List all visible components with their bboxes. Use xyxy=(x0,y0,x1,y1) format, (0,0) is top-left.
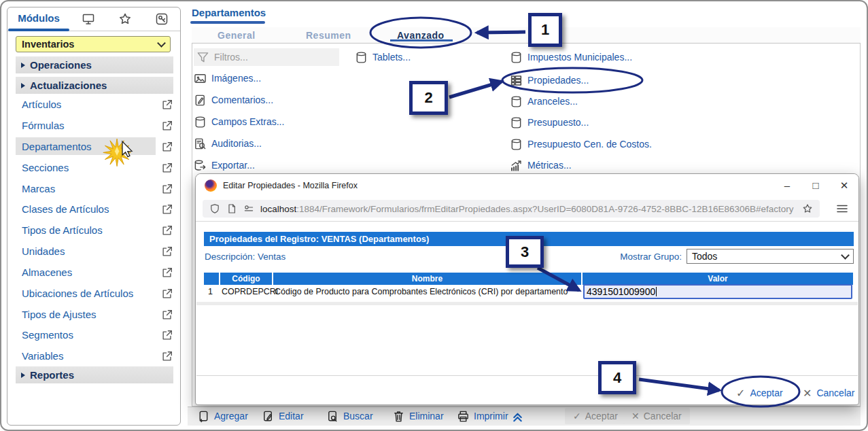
menu-item-filtros[interactable]: Filtros... xyxy=(194,48,339,66)
tab-general[interactable]: General xyxy=(218,30,256,41)
agregar-button[interactable]: Agregar xyxy=(197,408,248,424)
minimize-button[interactable]: – xyxy=(773,174,801,196)
database-icon xyxy=(510,51,523,64)
callout-step-3: 3 xyxy=(506,236,544,268)
popup-cancelar-button[interactable]: ✕ Cancelar xyxy=(803,385,854,401)
mostrar-grupo-select[interactable]: Todos xyxy=(687,249,854,264)
menu-item-campos-extras[interactable]: Campos Extras... xyxy=(194,113,284,131)
valor-input[interactable]: 4391501009900 xyxy=(583,284,852,299)
external-link-icon[interactable] xyxy=(161,328,173,341)
check-icon: ✓ xyxy=(736,387,745,400)
tab-favorites[interactable] xyxy=(107,12,143,26)
url-text: localhost:1884/Framework/Formularios/frm… xyxy=(260,204,796,214)
funnel-icon xyxy=(196,51,209,64)
sidebar-item-marcas[interactable]: Marcas xyxy=(16,179,156,197)
monitor-icon xyxy=(82,12,95,26)
cancelar-button-disabled[interactable]: ✕ Cancelar xyxy=(623,408,690,424)
menu-item-presupuesto-cen-de-costos[interactable]: Presupuesto Cen. de Costos. xyxy=(510,135,652,153)
sidebar-item-variables[interactable]: Variables xyxy=(16,347,156,364)
external-link-icon[interactable] xyxy=(161,308,173,320)
key-icon xyxy=(155,12,169,26)
page-plus-icon xyxy=(197,410,210,423)
sidebar-item-tipos-de-ajustes[interactable]: Tipos de Ajustes xyxy=(16,305,156,323)
menu-item-imagenes[interactable]: Imágenes... xyxy=(194,69,261,87)
menu-item-exportar[interactable]: Exportar... xyxy=(194,156,255,174)
properties-icon xyxy=(510,74,523,87)
menu-item-tablets[interactable]: Tablets... xyxy=(355,48,411,66)
tab-resumen[interactable]: Resumen xyxy=(306,30,351,41)
eliminar-button[interactable]: Eliminar xyxy=(392,408,444,424)
audit-icon xyxy=(194,137,207,150)
trash-icon xyxy=(392,410,405,423)
popup-aceptar-button[interactable]: ✓ Aceptar xyxy=(736,385,783,401)
check-icon: ✓ xyxy=(573,411,581,421)
row-number: 1 xyxy=(208,287,213,296)
section-reportes[interactable]: Reportes xyxy=(16,366,173,383)
external-link-icon[interactable] xyxy=(161,140,173,152)
callout-step-4: 4 xyxy=(598,361,636,394)
menu-item-auditorias[interactable]: Auditorias... xyxy=(194,135,262,152)
collapse-toolbar-button[interactable] xyxy=(511,408,524,424)
menu-hamburger-icon[interactable] xyxy=(835,202,849,216)
section-label: Operaciones xyxy=(30,59,92,71)
menu-item-presupuesto[interactable]: Presupuesto... xyxy=(510,114,589,131)
page-title-underline xyxy=(190,21,265,24)
close-button[interactable]: ✕ xyxy=(830,174,858,196)
sidebar-item-tipos-de-articulos[interactable]: Tipos de Artículos xyxy=(16,221,156,239)
external-link-icon[interactable] xyxy=(161,119,173,131)
url-bar[interactable]: localhost:1884/Framework/Formularios/frm… xyxy=(203,200,820,218)
menu-item-impuestos-municipales[interactable]: Impuestos Municipales... xyxy=(510,48,632,66)
sidebar-item-secciones[interactable]: Secciones xyxy=(16,158,156,176)
external-link-icon[interactable] xyxy=(161,203,173,215)
window-titlebar[interactable]: Editar Propiedades - Mozilla Firefox – □… xyxy=(196,174,858,197)
menu-item-propiedades[interactable]: Propiedades... xyxy=(510,71,589,89)
sidebar-item-formulas[interactable]: Fórmulas xyxy=(16,116,156,134)
buscar-button[interactable]: Buscar xyxy=(326,408,373,424)
bookmark-star-icon[interactable] xyxy=(802,203,813,214)
x-icon: ✕ xyxy=(803,387,812,400)
sidebar-item-unidades[interactable]: Unidades xyxy=(16,242,156,260)
sidebar-item-ubicaciones-de-articulos[interactable]: Ubicaciones de Artículos xyxy=(16,284,156,302)
sidebar-item-departamentos[interactable]: Departamentos xyxy=(16,137,156,155)
external-link-icon[interactable] xyxy=(161,287,173,299)
triangle-right-icon xyxy=(21,373,25,378)
x-icon: ✕ xyxy=(631,411,640,421)
module-select-value: Inventarios xyxy=(22,39,74,50)
external-link-icon[interactable] xyxy=(161,245,173,257)
menu-item-aranceles[interactable]: Aranceles... xyxy=(510,92,578,110)
tab-access[interactable] xyxy=(143,12,180,26)
module-select[interactable]: Inventarios xyxy=(16,36,171,52)
tab-monitor[interactable] xyxy=(70,12,107,26)
active-tab-underline xyxy=(8,29,69,31)
database-icon xyxy=(510,95,523,108)
page-info-icon[interactable] xyxy=(226,203,237,214)
imprimir-button[interactable]: Imprimir xyxy=(457,408,508,424)
aceptar-button-disabled[interactable]: ✓ Aceptar xyxy=(565,408,626,424)
external-link-icon[interactable] xyxy=(161,182,173,194)
section-actualizaciones[interactable]: Actualizaciones xyxy=(16,77,173,94)
sidebar-item-clases-de-articulos[interactable]: Clases de Artículos xyxy=(16,200,156,218)
permissions-icon[interactable] xyxy=(243,203,254,214)
sidebar-item-articulos[interactable]: Artículos xyxy=(16,95,156,113)
external-link-icon[interactable] xyxy=(161,349,173,362)
editar-button[interactable]: Editar xyxy=(262,408,304,424)
shield-icon xyxy=(209,203,220,214)
maximize-button[interactable]: □ xyxy=(801,174,830,196)
menu-item-metricas[interactable]: Métricas... xyxy=(510,156,572,174)
editar-propiedades-window: Editar Propiedades - Mozilla Firefox – □… xyxy=(195,173,859,405)
database-icon xyxy=(194,116,207,128)
record-description: Descripción: Ventas xyxy=(205,252,285,262)
tab-modulos[interactable]: Módulos xyxy=(7,7,70,31)
page-pencil-icon xyxy=(262,410,275,423)
external-link-icon[interactable] xyxy=(161,98,173,110)
external-link-icon[interactable] xyxy=(161,161,173,173)
sidebar-item-almacenes[interactable]: Almacenes xyxy=(16,263,156,281)
section-label: Reportes xyxy=(30,369,74,381)
column-header-num xyxy=(204,273,219,285)
external-link-icon[interactable] xyxy=(161,224,173,236)
section-operaciones[interactable]: Operaciones xyxy=(16,56,173,73)
star-icon xyxy=(118,12,132,26)
external-link-icon[interactable] xyxy=(161,266,173,278)
menu-item-comentarios[interactable]: Comentarios... xyxy=(194,91,273,109)
sidebar-item-segmentos[interactable]: Segmentos xyxy=(16,326,156,343)
